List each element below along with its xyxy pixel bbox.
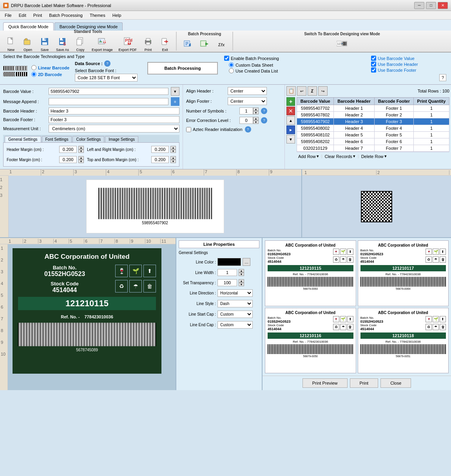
close-btn[interactable]: ✕ bbox=[438, 2, 448, 9]
font-select[interactable]: Code 128 SET B Font bbox=[75, 74, 138, 82]
msg-append-btn[interactable]: ≡ bbox=[171, 97, 179, 106]
error-corr-info[interactable]: ? bbox=[261, 117, 267, 124]
menu-themes[interactable]: Themes bbox=[87, 12, 109, 18]
style-select[interactable]: Solid Dash Dot bbox=[217, 300, 253, 307]
symbols-up[interactable]: ▲ bbox=[253, 107, 259, 111]
bc-value-input[interactable] bbox=[49, 88, 168, 95]
enable-batch-input[interactable] bbox=[224, 56, 229, 61]
error-corr-down[interactable]: ▼ bbox=[253, 120, 259, 124]
clear-records-action[interactable]: Clear Records ▾ bbox=[325, 154, 355, 159]
transparency-up[interactable]: ▲ bbox=[239, 279, 244, 283]
table-tool-export[interactable]: ↪ bbox=[318, 86, 328, 96]
direction-select[interactable]: Horizontal Vertical bbox=[217, 289, 253, 297]
tool-save[interactable]: Save bbox=[37, 35, 53, 53]
header-margin-up[interactable]: ▲ bbox=[78, 146, 84, 149]
menu-edit[interactable]: Edit bbox=[16, 12, 29, 18]
table-row[interactable]: 598955407902 Header 3 Footer 3 1 bbox=[297, 118, 449, 125]
transparency-down[interactable]: ▼ bbox=[239, 283, 244, 286]
delete-row-action[interactable]: Delete Row ▾ bbox=[361, 154, 387, 159]
radio-linear[interactable]: Linear Barcode bbox=[31, 65, 69, 70]
table-move-up-btn[interactable]: ▲ bbox=[286, 116, 295, 125]
aztec-info[interactable]: ? bbox=[245, 126, 251, 133]
line-color-swatch[interactable] bbox=[217, 258, 241, 266]
aztec-check[interactable]: Aztec Reader initialization bbox=[186, 127, 243, 132]
custom-data-radio[interactable]: Custom Data Sheet bbox=[224, 62, 363, 67]
table-row[interactable]: 598955408002 Header 4 Footer 4 1 bbox=[297, 125, 449, 132]
menu-file[interactable]: File bbox=[2, 12, 15, 18]
error-corr-input[interactable] bbox=[239, 117, 253, 124]
enable-batch-check[interactable]: Enable Batch Processing bbox=[224, 56, 363, 61]
tool-export-image[interactable]: Export Image bbox=[89, 35, 115, 53]
use-footer-input[interactable] bbox=[371, 67, 376, 73]
print-preview-btn[interactable]: Print Preview bbox=[302, 378, 348, 388]
menu-help[interactable]: Help bbox=[109, 12, 125, 18]
tab-color[interactable]: Color Settings bbox=[72, 136, 104, 142]
print-btn[interactable]: Print bbox=[350, 378, 379, 388]
table-add-row-btn[interactable]: + bbox=[286, 97, 295, 106]
tool-saveas[interactable]: S Save As bbox=[54, 35, 71, 53]
batch-tool-2[interactable] bbox=[197, 37, 212, 51]
minimize-btn[interactable]: ─ bbox=[414, 2, 424, 9]
table-row[interactable]: 598955407702 Header 1 Footer 1 1 bbox=[297, 105, 449, 112]
design-preview-tool[interactable]: 123567 bbox=[334, 37, 350, 51]
add-row-action[interactable]: Add Row ▾ bbox=[298, 154, 319, 159]
use-header-input[interactable] bbox=[371, 62, 376, 67]
symbols-info[interactable]: ? bbox=[261, 108, 267, 114]
error-corr-up[interactable]: ▲ bbox=[253, 117, 259, 120]
bc-footer-input[interactable] bbox=[49, 116, 179, 123]
help-icon[interactable]: ? bbox=[439, 74, 446, 81]
close-btn-preview[interactable]: Close bbox=[380, 378, 411, 388]
tool-print[interactable]: Print bbox=[140, 35, 156, 53]
tool-export-pdf[interactable]: PDF Export PDF bbox=[116, 35, 139, 53]
footer-margin-input[interactable] bbox=[59, 156, 77, 163]
line-width-down[interactable]: ▼ bbox=[239, 273, 244, 276]
line-color-btn[interactable]: … bbox=[243, 258, 250, 266]
tab-font[interactable]: Font Settings bbox=[42, 136, 72, 142]
tool-open[interactable]: Open bbox=[20, 35, 36, 53]
top-bottom-down[interactable]: ▼ bbox=[170, 160, 176, 163]
bc-header-input[interactable] bbox=[49, 107, 179, 114]
table-tool-import[interactable]: ↩ bbox=[297, 86, 306, 96]
tab-general[interactable]: General Settings bbox=[5, 136, 41, 142]
radio-linear-input[interactable] bbox=[31, 65, 36, 70]
tool-new[interactable]: New bbox=[3, 35, 19, 53]
maximize-btn[interactable]: □ bbox=[426, 2, 436, 9]
menu-batch[interactable]: Batch Processing bbox=[46, 12, 86, 18]
table-row[interactable]: 598955408102 Header 5 Footer 5 1 bbox=[297, 132, 449, 138]
data-source-info[interactable]: ? bbox=[104, 60, 110, 67]
table-delete-row-btn[interactable]: ✕ bbox=[286, 107, 295, 115]
tool-copy[interactable]: Copy bbox=[72, 35, 88, 53]
left-right-up[interactable]: ▲ bbox=[170, 146, 176, 149]
left-right-margin-input[interactable] bbox=[151, 146, 169, 153]
header-margin-down[interactable]: ▼ bbox=[78, 149, 84, 153]
footer-margin-up[interactable]: ▲ bbox=[78, 156, 84, 160]
top-bottom-up[interactable]: ▲ bbox=[170, 156, 176, 160]
table-move-down-btn[interactable]: ▼ bbox=[286, 135, 295, 144]
batch-tool-1[interactable] bbox=[180, 37, 196, 51]
table-row[interactable]: 598955408202 Header 6 Footer 6 1 bbox=[297, 138, 449, 145]
batch-processing-btn[interactable]: Batch Processing bbox=[147, 62, 218, 74]
aztec-input[interactable] bbox=[186, 127, 191, 132]
created-data-radio[interactable]: Use Created Data List bbox=[224, 68, 363, 73]
bc-value-dropdown[interactable]: ▾ bbox=[171, 87, 179, 96]
symbols-input[interactable] bbox=[239, 107, 253, 114]
left-right-down[interactable]: ▼ bbox=[170, 149, 176, 153]
transparency-input[interactable] bbox=[217, 279, 237, 286]
menu-print[interactable]: Print bbox=[30, 12, 45, 18]
table-row[interactable]: 0320210129 Header 7 Footer 7 1 bbox=[297, 145, 449, 152]
use-header-check[interactable]: Use Barcode Header bbox=[371, 62, 446, 67]
header-margin-input[interactable] bbox=[59, 146, 77, 153]
custom-data-input[interactable] bbox=[229, 62, 234, 67]
table-tool-edit[interactable]: 📋 bbox=[286, 86, 296, 96]
table-sigma[interactable]: Σ bbox=[308, 86, 317, 96]
align-footer-select[interactable]: Center Left Right bbox=[228, 97, 267, 105]
created-data-input[interactable] bbox=[229, 68, 234, 73]
tab-image[interactable]: Image Settings bbox=[105, 136, 138, 142]
use-footer-check[interactable]: Use Barcode Footer bbox=[371, 67, 446, 73]
radio-2d-input[interactable] bbox=[31, 72, 36, 77]
tool-exit[interactable]: Exit bbox=[157, 35, 173, 53]
top-bottom-margin-input[interactable] bbox=[151, 156, 169, 163]
line-width-input[interactable] bbox=[217, 269, 237, 276]
end-cap-select[interactable]: Custom Flat Round Square bbox=[217, 321, 253, 329]
batch-sigma[interactable]: Σfx bbox=[214, 37, 229, 51]
